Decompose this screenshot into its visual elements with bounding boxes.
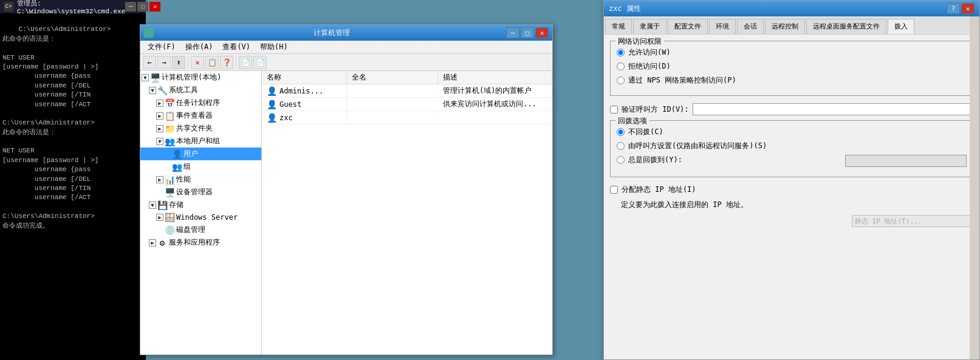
- callback-title: 回拨选项: [615, 116, 649, 126]
- tree-svc-expand[interactable]: ▶: [149, 239, 156, 246]
- radio-allow-label: 允许访问(W): [628, 47, 671, 58]
- radio-always-callback-label: 总是回拨到(Y):: [628, 155, 841, 165]
- local-users-icon: 👥: [165, 137, 174, 146]
- tree-disk-mgmt[interactable]: 💿 磁盘管理: [140, 223, 261, 236]
- toolbar-back[interactable]: ←: [143, 56, 156, 69]
- tree-system-label: 系统工具: [169, 85, 198, 95]
- radio-deny[interactable]: [617, 63, 625, 70]
- cell-admin-name: 👤 Adminis...: [262, 85, 347, 97]
- tree-performance[interactable]: ▶ 📊 性能: [140, 173, 261, 186]
- tab-environment[interactable]: 环境: [709, 19, 736, 34]
- disk-icon: 💿: [165, 225, 174, 235]
- radio-no-callback[interactable]: [617, 128, 625, 136]
- table-row[interactable]: 👤 Guest 供来宾访问计算机或访问...: [262, 98, 552, 111]
- tree-shared-label: 共享文件夹: [176, 123, 213, 134]
- tree-task-scheduler[interactable]: ▶ 📅 任务计划程序: [140, 97, 261, 109]
- verify-caller-checkbox[interactable]: [610, 106, 618, 114]
- menu-file[interactable]: 文件(F): [143, 41, 180, 53]
- menu-view[interactable]: 查看(V): [218, 41, 255, 53]
- col-name: 名称: [262, 71, 347, 84]
- cmd-window: C> 管理员: C:\Windows\system32\cmd.exe ─ □ …: [0, 0, 146, 360]
- radio-always-callback[interactable]: [617, 156, 625, 164]
- zxc-close-btn[interactable]: ✕: [961, 3, 975, 14]
- toolbar-up[interactable]: ⬆: [172, 56, 185, 69]
- tree-perf-label: 性能: [176, 174, 191, 185]
- tree-local-expand[interactable]: ▼: [156, 138, 163, 145]
- cmd-close-btn[interactable]: ✕: [149, 2, 160, 12]
- cmd-maximize-btn[interactable]: □: [137, 2, 148, 12]
- radio-nps[interactable]: [617, 76, 625, 84]
- col-fullname: 全名: [347, 71, 438, 84]
- tree-task-expand[interactable]: ▶: [156, 100, 163, 107]
- static-ip-checkbox[interactable]: [610, 186, 618, 194]
- radio-no-callback-row: 不回拨(C): [617, 127, 967, 137]
- toolbar-help[interactable]: ❓: [220, 56, 233, 69]
- radio-allow[interactable]: [617, 49, 625, 56]
- compman-root-icon: 🖥️: [150, 73, 160, 83]
- tab-remote-desktop[interactable]: 远程桌面服务配置文件: [806, 19, 886, 34]
- static-ip-input: 静态 IP 地址(T)...: [852, 215, 973, 227]
- tree-groups[interactable]: 👥 组: [140, 160, 261, 173]
- network-access-group: 网络访问权限 允许访问(W) 拒绝访问(D) 通过 NPS 网络策略控制访问(P…: [610, 41, 973, 96]
- storage-icon: 💾: [157, 200, 167, 210]
- compman-window: 计算机管理 ─ □ ✕ 文件(F) 操作(A) 查看(V) 帮助(H) ← → …: [140, 24, 553, 355]
- static-ip-row: 分配静态 IP 地址(I): [610, 185, 973, 195]
- zxc-user-icon: 👤: [267, 113, 277, 123]
- tree-storage-expand[interactable]: ▼: [149, 202, 156, 209]
- tab-sessions[interactable]: 会话: [737, 19, 764, 34]
- tree-windows-server[interactable]: ▶ 🪟 Windows Server: [140, 211, 261, 223]
- tree-root[interactable]: ▼ 🖥️ 计算机管理(本地): [140, 71, 261, 84]
- tree-storage[interactable]: ▼ 💾 存储: [140, 199, 261, 211]
- cell-guest-name: 👤 Guest: [262, 98, 347, 110]
- radio-deny-label: 拒绝访问(D): [628, 61, 671, 72]
- tree-root-expand[interactable]: ▼: [142, 74, 149, 81]
- tree-local-users[interactable]: ▼ 👥 本地用户和组: [140, 135, 261, 148]
- tree-users[interactable]: 👤 用户: [140, 148, 261, 160]
- toolbar-delete[interactable]: ✕: [191, 56, 204, 69]
- tab-member-of[interactable]: 隶属于: [633, 19, 666, 34]
- toolbar-forward[interactable]: →: [157, 56, 171, 69]
- zxc-help-btn[interactable]: ?: [947, 3, 960, 14]
- toolbar-new[interactable]: 📄: [239, 56, 252, 69]
- tree-system-tools[interactable]: ▼ 🔧 系统工具: [140, 84, 261, 97]
- compman-icon: [144, 28, 154, 38]
- col-desc: 描述: [438, 71, 552, 84]
- compman-maximize-btn[interactable]: □: [521, 27, 534, 38]
- toolbar-extra[interactable]: 📄: [253, 56, 267, 69]
- compman-close-btn[interactable]: ✕: [535, 27, 549, 38]
- radio-caller-set[interactable]: [617, 142, 625, 150]
- tab-dialin[interactable]: 拨入: [888, 19, 914, 34]
- zxc-title: zxc 属性: [609, 4, 947, 14]
- verify-caller-input[interactable]: [693, 103, 973, 115]
- tree-services[interactable]: ▶ ⚙️ 服务和应用程序: [140, 236, 261, 249]
- cmd-icon: C>: [4, 2, 13, 12]
- static-ip-label: 分配静态 IP 地址(I): [622, 185, 696, 195]
- compman-minimize-btn[interactable]: ─: [506, 27, 519, 38]
- table-row[interactable]: 👤 Adminis... 管理计算机(域)的内置帐户: [262, 84, 552, 98]
- menu-action[interactable]: 操作(A): [180, 41, 218, 53]
- cmd-titlebar: C> 管理员: C:\Windows\system32\cmd.exe ─ □ …: [0, 0, 146, 13]
- tree-ws-label: Windows Server: [176, 213, 238, 222]
- tree-perf-expand[interactable]: ▶: [156, 176, 163, 183]
- tab-profile[interactable]: 配置文件: [668, 19, 708, 34]
- verify-caller-label: 验证呼叫方 ID(V):: [622, 104, 689, 115]
- tree-event-expand[interactable]: ▶: [156, 112, 163, 120]
- tree-event-viewer[interactable]: ▶ 📋 事件查看器: [140, 109, 261, 122]
- device-icon: 🖥️: [165, 188, 174, 197]
- tree-ws-expand[interactable]: ▶: [156, 214, 163, 221]
- menu-help[interactable]: 帮助(H): [255, 41, 293, 53]
- tab-general[interactable]: 常规: [605, 19, 632, 34]
- tab-remote-control[interactable]: 远程控制: [765, 19, 805, 34]
- toolbar-sep2: [236, 56, 236, 69]
- shared-icon: 📁: [165, 124, 174, 134]
- tree-system-expand[interactable]: ▼: [149, 87, 156, 94]
- cmd-title: 管理员: C:\Windows\system32\cmd.exe: [17, 0, 125, 15]
- toolbar-properties[interactable]: 📋: [205, 56, 219, 69]
- cmd-minimize-btn[interactable]: ─: [125, 2, 136, 12]
- callback-group: 回拨选项 不回拨(C) 由呼叫方设置(仅路由和远程访问服务)(S) 总是回拨到(…: [610, 120, 973, 177]
- table-row[interactable]: 👤 zxc: [262, 111, 552, 124]
- tree-shared-expand[interactable]: ▶: [156, 125, 163, 132]
- tree-shared-folders[interactable]: ▶ 📁 共享文件夹: [140, 122, 261, 135]
- tree-device-manager[interactable]: 🖥️ 设备管理器: [140, 186, 261, 199]
- zxc-scrollbar[interactable]: [970, 16, 979, 359]
